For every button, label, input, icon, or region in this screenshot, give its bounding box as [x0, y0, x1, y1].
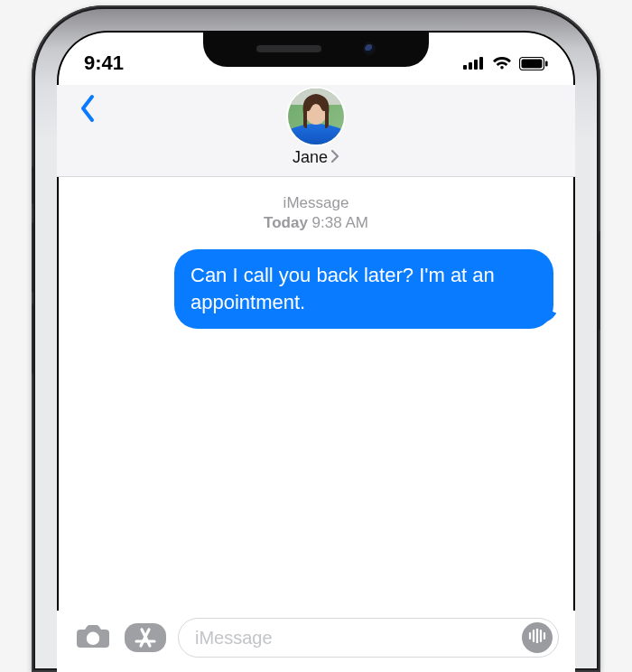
- screen: 9:41: [57, 31, 575, 672]
- contact-name-button[interactable]: Jane: [293, 148, 339, 167]
- phone-frame: 9:41: [32, 5, 600, 672]
- dictate-button[interactable]: [522, 622, 553, 653]
- message-thread[interactable]: iMessage Today 9:38 AM Can I call you ba…: [57, 177, 575, 616]
- message-bubble[interactable]: Can I call you back later? I'm at an app…: [174, 249, 553, 328]
- back-button[interactable]: [68, 90, 107, 130]
- camera-button[interactable]: [73, 618, 113, 658]
- message-input[interactable]: iMessage: [178, 618, 559, 658]
- message-input-placeholder: iMessage: [195, 628, 273, 649]
- battery-icon: [519, 57, 548, 70]
- volume-up-button: [32, 222, 33, 293]
- service-label: iMessage: [73, 193, 559, 213]
- chevron-left-icon: [79, 94, 97, 126]
- compose-bar: iMessage: [57, 611, 575, 672]
- svg-rect-5: [522, 59, 543, 68]
- svg-rect-6: [545, 61, 548, 66]
- side-button: [599, 231, 600, 331]
- chevron-right-icon: [330, 148, 339, 167]
- message-text: Can I call you back later? I'm at an app…: [191, 264, 495, 313]
- contact-name-label: Jane: [293, 148, 328, 167]
- svg-rect-2: [474, 60, 478, 70]
- status-indicators: [463, 56, 548, 70]
- wifi-icon: [492, 56, 512, 70]
- svg-rect-1: [469, 62, 472, 70]
- volume-down-button: [32, 303, 33, 374]
- front-camera: [363, 42, 376, 55]
- message-row-outgoing: Can I call you back later? I'm at an app…: [73, 249, 559, 328]
- conversation-header: Jane: [57, 85, 575, 177]
- timestamp-time: 9:38 AM: [312, 214, 368, 231]
- app-store-apps-button[interactable]: [125, 618, 165, 658]
- notch: [203, 31, 429, 67]
- app-store-icon: [124, 622, 167, 653]
- audio-waveform-icon: [528, 629, 546, 647]
- cellular-signal-icon: [463, 57, 485, 70]
- mute-switch: [32, 166, 33, 204]
- earpiece-speaker: [256, 45, 321, 52]
- contact-avatar[interactable]: [288, 89, 344, 145]
- svg-point-10: [88, 634, 97, 642]
- thread-timestamp: iMessage Today 9:38 AM: [73, 193, 559, 233]
- status-time: 9:41: [84, 51, 124, 75]
- svg-rect-3: [479, 57, 483, 70]
- timestamp-day: Today: [264, 214, 308, 231]
- camera-icon: [77, 622, 109, 653]
- svg-rect-0: [463, 65, 467, 70]
